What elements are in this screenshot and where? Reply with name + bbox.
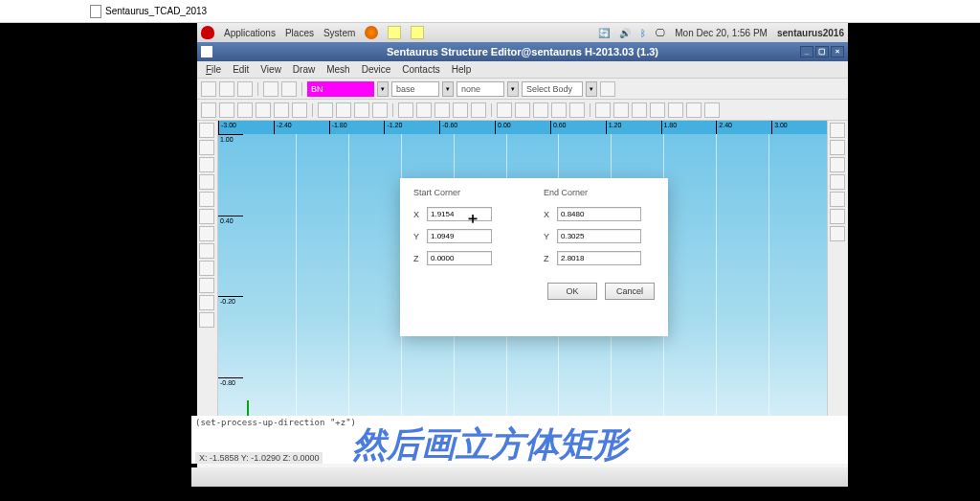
undo-icon[interactable] [263, 81, 278, 97]
material-combo[interactable]: BN [307, 81, 374, 97]
fit-icon[interactable] [199, 295, 214, 310]
spline-icon[interactable] [292, 102, 307, 118]
menu-places[interactable]: Places [285, 28, 314, 38]
tray-update-icon[interactable]: 🔄 [598, 28, 610, 38]
none-dropdown-icon[interactable]: ▾ [507, 81, 519, 97]
r5-icon[interactable] [830, 192, 845, 207]
close-button[interactable]: × [831, 46, 844, 57]
t14-icon[interactable] [650, 102, 665, 118]
end-x-input[interactable] [557, 207, 641, 221]
zoom-icon[interactable] [199, 157, 214, 172]
menu-help[interactable]: Help [447, 63, 477, 76]
select-body-combo[interactable]: Select Body [522, 81, 583, 97]
r4-icon[interactable] [830, 174, 845, 190]
separator [312, 103, 313, 117]
p8-icon[interactable] [199, 243, 214, 259]
t4-icon[interactable] [453, 102, 468, 118]
tray-display-icon[interactable]: 🖵 [656, 28, 665, 38]
end-y-input[interactable] [557, 229, 641, 243]
drawing-canvas[interactable]: -3.00 -2.40 -1.80 -1.20 -0.60 0.00 0.60 … [218, 121, 827, 458]
separator [257, 82, 258, 96]
p10-icon[interactable] [199, 278, 214, 293]
cube-icon[interactable] [318, 102, 333, 118]
gnome-bottom-panel[interactable] [191, 467, 848, 487]
refresh-icon[interactable] [199, 312, 214, 328]
t3-icon[interactable] [434, 102, 450, 118]
t2-icon[interactable] [416, 102, 432, 118]
cone-icon[interactable] [372, 102, 388, 118]
minimize-button[interactable]: _ [800, 46, 813, 57]
t11-icon[interactable] [595, 102, 611, 118]
none-combo[interactable]: none [457, 81, 504, 97]
t15-icon[interactable] [668, 102, 683, 118]
t5-icon[interactable] [471, 102, 486, 118]
end-z-input[interactable] [557, 251, 641, 265]
tray-bluetooth-icon[interactable]: ᛒ [640, 28, 646, 38]
r2-icon[interactable] [830, 140, 845, 155]
save-icon[interactable] [237, 81, 253, 97]
menu-mesh[interactable]: Mesh [322, 63, 354, 76]
panel-clock[interactable]: Mon Dec 20, 1:56 PM [675, 28, 768, 38]
t12-icon[interactable] [613, 102, 629, 118]
cyl-icon[interactable] [336, 102, 351, 118]
rect-icon[interactable] [201, 102, 216, 118]
r6-icon[interactable] [830, 209, 845, 224]
sphere-icon[interactable] [354, 102, 369, 118]
pan-icon[interactable] [199, 140, 214, 155]
r7-icon[interactable] [830, 226, 845, 241]
p9-icon[interactable] [199, 261, 214, 276]
line-icon[interactable] [256, 102, 271, 118]
tool-extra-icon[interactable] [600, 81, 615, 97]
redhat-icon[interactable] [201, 26, 214, 39]
ruler-tick: 0.00 [498, 122, 511, 128]
tray-volume-icon[interactable]: 🔊 [619, 28, 631, 38]
t8-icon[interactable] [533, 102, 548, 118]
new-icon[interactable] [201, 81, 216, 97]
start-x-input[interactable] [427, 207, 492, 221]
base-combo[interactable]: base [391, 81, 439, 97]
app-icon[interactable] [201, 46, 212, 57]
note-icon[interactable] [388, 26, 401, 39]
start-z-input[interactable] [427, 251, 492, 265]
redo-icon[interactable] [281, 81, 297, 97]
panel-user[interactable]: sentaurus2016 [777, 28, 844, 38]
grid-icon[interactable] [199, 209, 214, 224]
base-dropdown-icon[interactable]: ▾ [442, 81, 454, 97]
menu-view[interactable]: View [256, 63, 286, 76]
menu-device[interactable]: Device [357, 63, 396, 76]
start-y-input[interactable] [427, 229, 492, 243]
firefox-icon[interactable] [365, 26, 378, 39]
open-icon[interactable] [219, 81, 234, 97]
t9-icon[interactable] [551, 102, 567, 118]
hand-icon[interactable] [199, 192, 214, 207]
note2-icon[interactable] [411, 26, 424, 39]
ok-button[interactable]: OK [547, 283, 597, 300]
poly-icon[interactable] [237, 102, 253, 118]
r3-icon[interactable] [830, 157, 845, 172]
arc-icon[interactable] [274, 102, 289, 118]
menu-applications[interactable]: Applications [224, 28, 276, 38]
menu-file[interactable]: FFileile [201, 63, 226, 76]
maximize-button[interactable]: ▢ [815, 46, 829, 57]
t16-icon[interactable] [686, 102, 702, 118]
t1-icon[interactable] [398, 102, 413, 118]
t6-icon[interactable] [497, 102, 512, 118]
select-icon[interactable] [199, 123, 214, 138]
cancel-button[interactable]: Cancel [605, 283, 655, 300]
select-dropdown-icon[interactable]: ▾ [586, 81, 597, 97]
host-file-tab[interactable]: Sentaurus_TCAD_2013 [84, 3, 212, 20]
t10-icon[interactable] [569, 102, 585, 118]
r1-icon[interactable] [830, 123, 845, 138]
t13-icon[interactable] [632, 102, 647, 118]
ruler-vertical: 1.00 0.40 -0.20 -0.80 [218, 134, 243, 458]
menu-edit[interactable]: Edit [228, 63, 254, 76]
menu-contacts[interactable]: Contacts [397, 63, 444, 76]
menu-draw[interactable]: Draw [288, 63, 320, 76]
rotate-icon[interactable] [199, 174, 214, 190]
t17-icon[interactable] [704, 102, 720, 118]
circle-icon[interactable] [219, 102, 234, 118]
p7-icon[interactable] [199, 226, 214, 241]
t7-icon[interactable] [515, 102, 530, 118]
menu-system[interactable]: System [323, 28, 355, 38]
material-dropdown-icon[interactable]: ▾ [377, 81, 389, 97]
